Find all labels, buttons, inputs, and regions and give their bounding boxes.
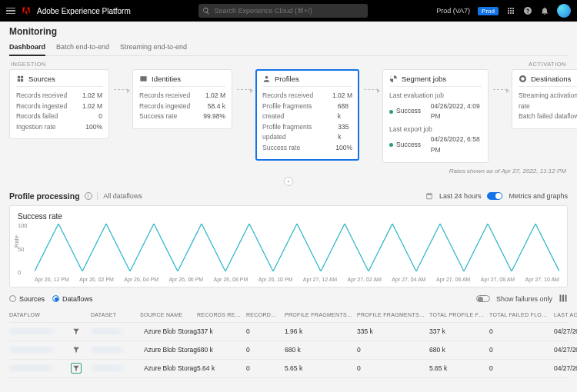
filter-icon[interactable] (71, 363, 82, 374)
filter-icon[interactable] (71, 326, 82, 337)
destinations-icon (519, 75, 527, 83)
redacted-dataflow (9, 327, 52, 335)
column-settings-icon[interactable] (559, 294, 568, 304)
all-dataflows-link[interactable]: All dataflows (103, 192, 142, 200)
card-profiles[interactable]: Profiles Records received1.02 M Profile … (255, 69, 359, 161)
global-search[interactable] (198, 4, 368, 18)
card-title: Segment jobs (402, 75, 446, 83)
identities-icon (139, 75, 148, 83)
profile-processing-header: Profile processing i | All dataflows Las… (9, 190, 568, 205)
calendar-icon[interactable] (425, 192, 433, 200)
bell-icon[interactable] (540, 6, 549, 15)
redacted-dataflow (9, 346, 52, 354)
section-title: Profile processing (9, 191, 80, 201)
global-header: Adobe Experience Platform Prod (VA7) Pro… (0, 0, 577, 22)
card-destinations[interactable]: Destinations Streaming activation rate30… (512, 69, 577, 129)
filter-icon[interactable] (71, 344, 82, 355)
flow-arrow (364, 89, 378, 90)
segment-icon (389, 75, 398, 83)
radio-sources[interactable]: Sources (9, 295, 45, 303)
range-label[interactable]: Last 24 hours (439, 192, 482, 200)
tab-dashboard[interactable]: Dashboard (9, 40, 45, 56)
info-icon[interactable]: i (85, 192, 92, 200)
env-badge[interactable]: Prod (478, 7, 499, 15)
filter-row: Sources Dataflows Show failures only (9, 294, 568, 304)
chart-xticks: Apr 26, 12 PMApr 26, 02 PMApr 26, 04 PMA… (35, 277, 559, 282)
failures-label: Show failures only (496, 295, 552, 303)
env-label: Prod (VA7) (436, 7, 470, 15)
table-row[interactable]: Azure Blob Storage 337 k 0 1.96 k 335 k … (9, 323, 568, 341)
success-rate-chart: Success rate Rate 100 50 0 Apr 26, 12 PM… (9, 205, 568, 287)
sources-icon (16, 75, 25, 83)
avatar[interactable] (557, 4, 571, 18)
chart-line (35, 224, 559, 271)
table-header: DATAFLOW DATASET SOURCE NAME RECORDS REC… (9, 307, 568, 323)
chart-title: Success rate (18, 212, 559, 221)
radio-dataflows[interactable]: Dataflows (52, 295, 93, 303)
card-title: Profiles (275, 75, 299, 83)
failures-toggle[interactable] (476, 295, 490, 302)
status-dot-success (389, 143, 393, 147)
page-tabs: Dashboard Batch end-to-end Streaming end… (9, 40, 568, 56)
status-dot-success (389, 110, 393, 114)
metrics-toggle[interactable] (487, 192, 502, 200)
section-activation: ACTIVATION (529, 61, 566, 68)
profiles-icon (262, 75, 271, 83)
search-input[interactable] (198, 4, 368, 18)
card-title: Destinations (531, 75, 571, 83)
section-ingestion: INGESTION (11, 61, 46, 68)
menu-icon[interactable] (6, 8, 15, 15)
flow-arrow (114, 89, 128, 90)
summary-cards: Sources Records received1.02 M Records i… (9, 69, 568, 163)
table-row[interactable]: Azure Blob Storage 5.64 k 0 5.65 k 0 5.6… (9, 360, 568, 378)
collapse-icon[interactable] (284, 177, 293, 186)
adobe-logo (22, 6, 31, 15)
redacted-dataset (91, 346, 122, 354)
redacted-dataset (91, 364, 122, 372)
apps-icon[interactable] (506, 6, 515, 15)
product-name: Adobe Experience Platform (37, 7, 131, 15)
page-title: Monitoring (9, 26, 568, 37)
help-icon[interactable] (523, 6, 532, 15)
card-identities[interactable]: Identities Records received1.02 M Record… (132, 69, 232, 129)
card-sources[interactable]: Sources Records received1.02 M Records i… (9, 69, 109, 139)
table-row[interactable]: Azure Blob Storage 680 k 0 680 k 0 680 k… (9, 341, 568, 360)
toggle-label: Metrics and graphs (509, 192, 568, 200)
card-title: Sources (28, 75, 55, 83)
redacted-dataflow (9, 364, 52, 372)
tab-streaming[interactable]: Streaming end-to-end (120, 40, 187, 55)
tab-batch[interactable]: Batch end-to-end (56, 40, 109, 55)
flow-arrow (237, 89, 251, 90)
rates-timestamp: Rates shown as of Apr 27, 2022, 11:12 PM (11, 168, 566, 174)
card-segment-jobs[interactable]: Segment jobs Last evaluation job Success… (382, 69, 489, 163)
redacted-dataset (91, 327, 122, 335)
card-title: Identities (152, 75, 181, 83)
flow-arrow (493, 89, 507, 90)
dataflows-table: DATAFLOW DATASET SOURCE NAME RECORDS REC… (9, 307, 568, 378)
